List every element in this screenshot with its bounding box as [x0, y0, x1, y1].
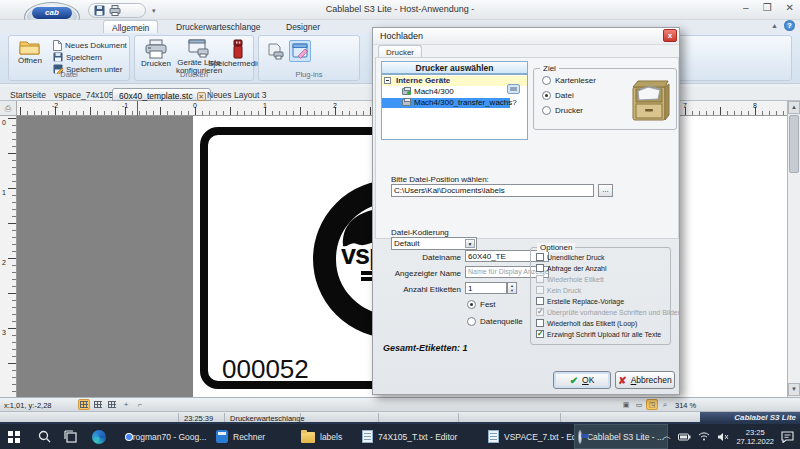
snap-angle-icon[interactable]: ⌐: [134, 399, 146, 410]
taskbar-chrome-progman70[interactable]: Progman70 - Goog...: [118, 424, 210, 449]
cursor-coordinates: x:1,01, y:-2,28: [4, 401, 52, 410]
save-button[interactable]: Speichern: [53, 52, 102, 62]
tree-group-interne-geraete[interactable]: Interne Geräte: [382, 76, 527, 86]
checkbox-abfrage-der-anzahl[interactable]: Abfrage der Anzahl: [536, 264, 607, 272]
checkbox-erstelle-replace-vorlage[interactable]: Erstelle Replace-Vorlage: [536, 297, 624, 305]
group-caption-plugins: Plug-ins: [259, 70, 359, 79]
radio-drucker[interactable]: [542, 106, 551, 115]
ruler-corner-icon[interactable]: ⎙: [0, 101, 17, 116]
fit-page-icon[interactable]: ▣: [620, 399, 632, 410]
plugin-print-button[interactable]: [265, 40, 287, 62]
encoding-select[interactable]: Default ▼: [391, 237, 477, 250]
cancel-button[interactable]: ✘Abbrechen: [615, 371, 675, 389]
print-button[interactable]: Drucken: [138, 39, 174, 68]
qat-dropdown-caret[interactable]: ▾: [152, 7, 156, 15]
radio-kartenleser[interactable]: [542, 76, 551, 85]
ruler-number: 0: [193, 102, 197, 109]
new-document-button[interactable]: Neues Dokument: [53, 40, 127, 51]
grid-toggle-icon[interactable]: [78, 399, 90, 410]
doc-tab-60x40-template[interactable]: 60x40_template.stc✕: [112, 88, 211, 101]
tab-allgemein[interactable]: Allgemein: [103, 20, 158, 33]
tab-designer[interactable]: Designer: [278, 20, 328, 33]
ruler-number: 1: [263, 102, 267, 109]
task-view-button[interactable]: [60, 424, 81, 449]
radio-fest[interactable]: [467, 300, 476, 309]
scroll-down-icon[interactable]: ▼: [788, 383, 800, 396]
grid-lines-icon[interactable]: [92, 399, 104, 410]
open-button[interactable]: Öffnen: [13, 39, 47, 65]
taskbar-cablabel[interactable]: Cablabel S3 Lite - ...: [574, 424, 668, 449]
crosshair-icon[interactable]: +: [120, 399, 132, 410]
storage-media-button[interactable]: Speichermedium: [223, 39, 253, 68]
close-doc-tab-icon[interactable]: ✕: [197, 92, 206, 101]
zoom-selection-icon[interactable]: ◳: [646, 399, 658, 410]
ruler-number: 3: [2, 329, 6, 336]
quick-print-icon[interactable]: [109, 5, 121, 16]
start-button[interactable]: [4, 424, 24, 449]
search-button[interactable]: [34, 424, 55, 449]
close-button[interactable]: ✕: [786, 2, 794, 13]
taskbar-clock[interactable]: 23:25 27.12.2022: [736, 428, 774, 446]
minimize-button[interactable]: –: [743, 2, 749, 13]
vertical-scrollbar[interactable]: ▲ ▼: [787, 101, 800, 397]
speaker-muted-icon[interactable]: [717, 432, 729, 442]
taskbar-notepad-74x105[interactable]: 74X105_T.txt - Editor: [358, 424, 461, 449]
folder-open-icon: [19, 39, 41, 56]
browse-button[interactable]: ...: [598, 184, 613, 197]
calculator-icon: [216, 430, 228, 443]
dialog-title: Hochladen: [380, 31, 423, 41]
label-count-input[interactable]: 1: [465, 282, 507, 294]
printer-select-header: Drucker auswählen: [381, 61, 528, 74]
label-counter-text[interactable]: 000052: [222, 354, 309, 385]
radio-datei[interactable]: [542, 91, 551, 100]
tree-collapse-icon[interactable]: [384, 77, 391, 84]
scroll-up-icon[interactable]: ▲: [788, 101, 800, 114]
restore-button[interactable]: ❐: [763, 2, 772, 13]
windows-logo-icon: [8, 431, 20, 443]
count-spinner[interactable]: ▲▼: [507, 282, 517, 294]
taskbar-edge[interactable]: [88, 424, 110, 449]
tree-item-mach4-300[interactable]: Mach4/300: [382, 87, 527, 97]
dialog-title-bar[interactable]: Hochladen x: [373, 28, 679, 45]
tab-druckerwarteschlange[interactable]: Druckerwarteschlange: [168, 20, 269, 33]
save-icon[interactable]: [94, 5, 105, 16]
optionen-groupbox: Optionen Unendlicher Druck Abfrage der A…: [530, 247, 671, 345]
ruler-number: 2: [333, 102, 337, 109]
fit-width-icon[interactable]: ▭: [633, 399, 645, 410]
status-print-queue[interactable]: Druckerwarteschlange: [230, 414, 305, 423]
plugin-designer-button[interactable]: [289, 40, 311, 62]
doc-tab-neues-layout[interactable]: Neues Layout 3: [207, 90, 267, 100]
taskbar-rechner[interactable]: Rechner: [212, 424, 269, 449]
scrollbar-thumb[interactable]: [789, 115, 799, 173]
dialog-close-icon[interactable]: x: [663, 29, 677, 42]
action-center-icon[interactable]: [781, 431, 794, 443]
chevron-down-icon[interactable]: ▼: [465, 239, 475, 248]
tree-item-mach4-300-transfer-wachs[interactable]: Mach4/300_transfer_wachs?: [382, 98, 510, 108]
help-icon[interactable]: ?: [784, 20, 795, 31]
file-position-input[interactable]: C:\Users\Kai\Documents\labels: [391, 184, 594, 197]
ok-button[interactable]: ✔OK: [553, 371, 611, 389]
collapse-ribbon-icon[interactable]: ▲: [771, 22, 778, 29]
task-view-icon: [64, 430, 77, 443]
printer-transfer-icon[interactable]: [507, 84, 520, 94]
group-datei: Öffnen Neues Dokument Speichern Speicher…: [8, 35, 130, 81]
doc-tab-startseite[interactable]: Startseite: [10, 90, 46, 100]
file-position-label: Bitte Datei-Position wählen:: [391, 175, 489, 184]
quick-access-toolbar: [88, 3, 146, 18]
checkbox-unendlicher-druck[interactable]: Unendlicher Druck: [536, 253, 605, 261]
printer-icon: [144, 39, 168, 59]
battery-icon[interactable]: [678, 433, 691, 441]
wifi-icon[interactable]: [698, 432, 710, 441]
checkbox-erzwingt-schrift-upload[interactable]: Erzwingt Schrift Upload für alle Texte: [536, 330, 661, 338]
ruler-number: 7: [683, 102, 687, 109]
taskbar-labels-folder[interactable]: labels: [297, 424, 346, 449]
new-document-icon: [53, 40, 62, 51]
total-labels-text: Gesamt-Etiketten: 1: [383, 343, 468, 353]
group-plugins: Plug-ins: [258, 35, 360, 81]
radio-datenquelle[interactable]: [467, 317, 476, 326]
printer-tree[interactable]: Interne Geräte Mach4/300 Mach4/300_trans…: [381, 74, 528, 140]
magnifier-icon[interactable]: ⌕: [659, 399, 671, 410]
tray-chevron-up-icon[interactable]: ︿: [662, 430, 671, 443]
checkbox-wiederholt-loop[interactable]: Wiederholt das Etikett (Loop): [536, 319, 637, 327]
grid-snap-icon[interactable]: [106, 399, 118, 410]
